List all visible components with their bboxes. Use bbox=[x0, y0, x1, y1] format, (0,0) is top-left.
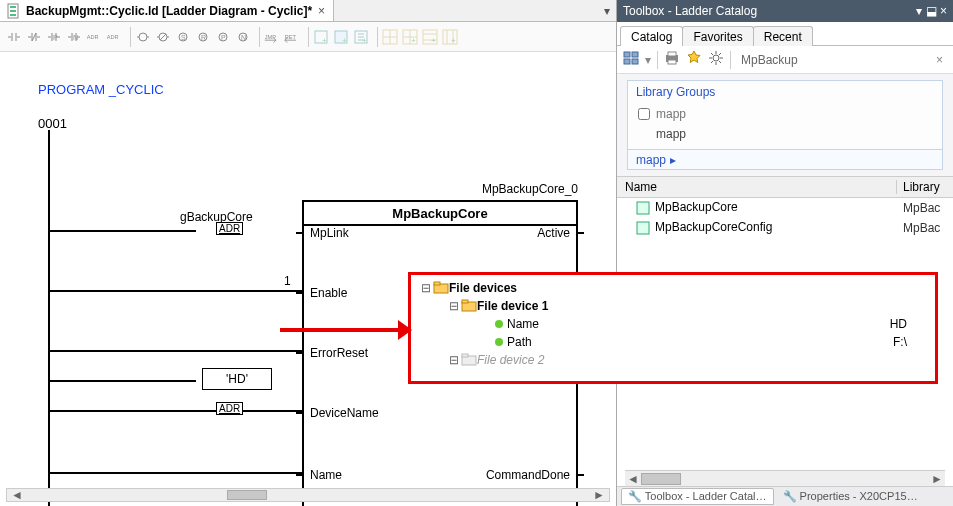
catalog-hscroll[interactable]: ◄► bbox=[625, 470, 945, 486]
tb-ret-icon[interactable]: RET bbox=[284, 29, 300, 45]
tree-name-value[interactable]: HD bbox=[890, 317, 907, 331]
svg-text:ADR: ADR bbox=[87, 34, 99, 40]
tb-contact-no-icon[interactable] bbox=[6, 29, 22, 45]
catalog-row[interactable]: MpBackupCoreConfig MpBac bbox=[617, 218, 953, 238]
toolbox-search-input[interactable]: MpBackup bbox=[737, 53, 926, 67]
catalog-row[interactable]: MpBackupCore MpBac bbox=[617, 198, 953, 218]
bottom-tab-toolbox[interactable]: 🔧 Toolbox - Ladder Catal… bbox=[621, 488, 774, 505]
svg-text:+: + bbox=[431, 36, 436, 45]
tb-grid-c-icon[interactable]: + bbox=[422, 29, 438, 45]
tb-coil-p-icon[interactable]: P bbox=[215, 29, 231, 45]
svg-text:N: N bbox=[241, 34, 246, 41]
editor-tab-cyclic[interactable]: BackupMgmt::Cyclic.ld [Ladder Diagram - … bbox=[0, 0, 334, 21]
tree-expander[interactable]: ⊟ bbox=[419, 281, 433, 295]
tree-file-device-2[interactable]: File device 2 bbox=[477, 353, 544, 367]
editor-hscroll[interactable]: ◄► bbox=[6, 488, 610, 502]
group-mapp-checkbox[interactable] bbox=[638, 108, 650, 120]
tree-expander[interactable]: ⊟ bbox=[447, 353, 461, 367]
tree-path-value[interactable]: F:\ bbox=[893, 335, 907, 349]
tb-adr-a-icon[interactable]: ADR bbox=[86, 29, 102, 45]
fb-port-errorreset: ErrorReset bbox=[310, 346, 368, 360]
tab-catalog[interactable]: Catalog bbox=[620, 26, 683, 46]
file-devices-callout: ⊟ File devices ⊟ File device 1 Name HD P… bbox=[408, 272, 938, 384]
fb-port-active: Active bbox=[537, 226, 570, 240]
toolbox-search-clear[interactable]: × bbox=[932, 53, 947, 67]
svg-text:S: S bbox=[181, 34, 186, 41]
toolbox-tabs: Catalog Favorites Recent bbox=[617, 22, 953, 46]
value-icon bbox=[491, 316, 507, 332]
fb-instance-name[interactable]: MpBackupCore_0 bbox=[302, 182, 578, 196]
folder-faded-icon bbox=[461, 352, 477, 368]
svg-rect-3 bbox=[10, 14, 16, 16]
svg-rect-50 bbox=[462, 354, 468, 357]
tb-grid-a-icon[interactable] bbox=[382, 29, 398, 45]
fb-icon bbox=[635, 220, 651, 236]
tbx-gear-icon[interactable] bbox=[708, 50, 724, 69]
svg-text:ADR: ADR bbox=[107, 34, 119, 40]
folder-icon bbox=[433, 280, 449, 296]
toolbox-header: Toolbox - Ladder Catalog ▾ ⬓ × bbox=[617, 0, 953, 22]
tb-coil-s-icon[interactable]: S bbox=[175, 29, 191, 45]
svg-text:+: + bbox=[451, 36, 456, 45]
tb-coil-n-icon[interactable]: N bbox=[235, 29, 251, 45]
editor-tabs-overflow[interactable]: ▾ bbox=[598, 0, 616, 21]
tb-coil-icon[interactable] bbox=[135, 29, 151, 45]
toolbox-pin-icon[interactable]: ▾ ⬓ × bbox=[916, 4, 947, 18]
fb-port-mplink: MpLink bbox=[310, 226, 349, 240]
tb-jmp-icon[interactable]: JMP bbox=[264, 29, 280, 45]
tree-file-device-1[interactable]: File device 1 bbox=[477, 299, 548, 313]
tree-path-key[interactable]: Path bbox=[507, 335, 532, 349]
svg-rect-41 bbox=[637, 202, 649, 214]
tab-favorites[interactable]: Favorites bbox=[682, 26, 753, 46]
bottom-tab-properties[interactable]: 🔧 Properties - X20CP15… bbox=[776, 488, 925, 505]
catalog-grid-header: Name Library bbox=[617, 176, 953, 198]
library-groups-title: Library Groups bbox=[628, 81, 942, 103]
svg-rect-35 bbox=[624, 59, 630, 64]
tb-grid-b-icon[interactable]: + bbox=[402, 29, 418, 45]
tb-block-a-icon[interactable]: + bbox=[313, 29, 329, 45]
svg-rect-38 bbox=[668, 52, 676, 56]
svg-rect-36 bbox=[632, 59, 638, 64]
editor-tab-bar: BackupMgmt::Cyclic.ld [Ladder Diagram - … bbox=[0, 0, 616, 22]
tb-contact-p-icon[interactable]: P bbox=[46, 29, 62, 45]
library-groups-panel: Library Groups mapp mapp mapp▸ bbox=[627, 80, 943, 170]
adr-block-mplink[interactable]: ADR bbox=[216, 222, 243, 235]
tb-coil-r-icon[interactable]: R bbox=[195, 29, 211, 45]
svg-rect-46 bbox=[462, 300, 468, 303]
editor-tab-title: BackupMgmt::Cyclic.ld [Ladder Diagram - … bbox=[26, 4, 312, 18]
tbx-star-icon[interactable] bbox=[686, 50, 702, 69]
signal-enable-const[interactable]: 1 bbox=[284, 274, 291, 288]
tb-contact-nc-icon[interactable] bbox=[26, 29, 42, 45]
tb-block-b-icon[interactable]: + bbox=[333, 29, 349, 45]
svg-text:P: P bbox=[221, 34, 226, 41]
tbx-print-icon[interactable] bbox=[664, 50, 680, 69]
editor-tab-close[interactable]: × bbox=[316, 4, 327, 18]
fb-port-enable: Enable bbox=[310, 286, 347, 300]
tree-expander[interactable]: ⊟ bbox=[447, 299, 461, 313]
svg-rect-39 bbox=[668, 60, 676, 64]
tb-block-c-icon[interactable]: + bbox=[353, 29, 369, 45]
bottom-tool-tabs: 🔧 Toolbox - Ladder Catal… 🔧 Properties -… bbox=[617, 486, 953, 506]
callout-arrow-head bbox=[398, 320, 412, 340]
svg-rect-42 bbox=[637, 222, 649, 234]
literal-hd[interactable]: 'HD' bbox=[202, 368, 272, 390]
col-name[interactable]: Name bbox=[617, 180, 897, 194]
tb-adr-b-icon[interactable]: ADR bbox=[106, 29, 122, 45]
svg-rect-44 bbox=[434, 282, 440, 285]
fb-icon bbox=[635, 200, 651, 216]
group-mapp-item[interactable]: mapp bbox=[638, 125, 932, 141]
ladder-toolbar: P N ADR ADR S R P N JMP RET + + + + + + bbox=[0, 22, 616, 52]
tb-grid-d-icon[interactable]: + bbox=[442, 29, 458, 45]
tree-file-devices[interactable]: File devices bbox=[449, 281, 517, 295]
tbx-filter-icon[interactable] bbox=[623, 50, 639, 69]
adr-block-devicename[interactable]: ADR bbox=[216, 402, 243, 415]
tb-coil-neg-icon[interactable] bbox=[155, 29, 171, 45]
tree-name-key[interactable]: Name bbox=[507, 317, 539, 331]
tb-contact-n-icon[interactable]: N bbox=[66, 29, 82, 45]
path-mapp[interactable]: mapp bbox=[636, 153, 666, 167]
svg-text:R: R bbox=[201, 34, 206, 41]
tab-recent[interactable]: Recent bbox=[753, 26, 813, 46]
ladder-file-icon bbox=[6, 3, 22, 19]
toolbox-title: Toolbox - Ladder Catalog bbox=[623, 4, 757, 18]
col-library[interactable]: Library bbox=[897, 180, 953, 194]
